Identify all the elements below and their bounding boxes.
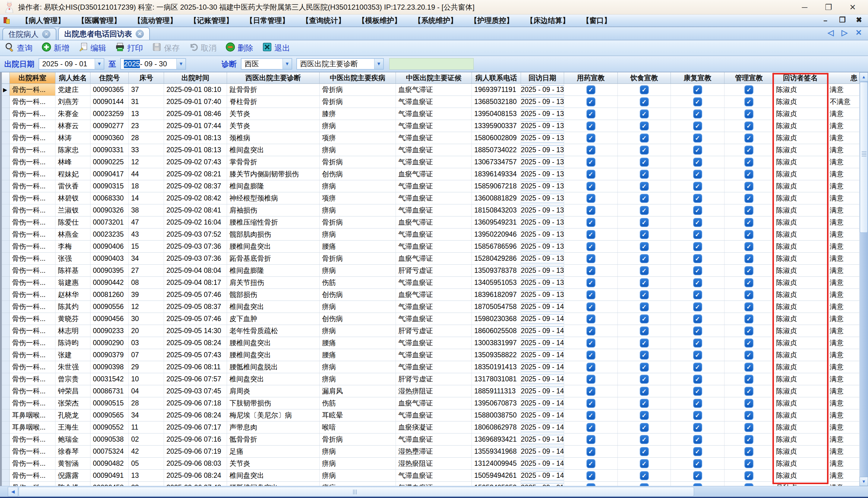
- cell-visit-date[interactable]: 2025 - 09 - 13: [521, 180, 564, 192]
- cell-management-education[interactable]: ✓: [724, 385, 774, 397]
- cell-discharge-time[interactable]: 2025-09-06 08:24: [164, 409, 227, 421]
- table-row[interactable]: 骨伤一科...陈金烽00090458232025-09-06 07:48腰骶椎间…: [2, 482, 859, 486]
- row-indicator[interactable]: [2, 144, 10, 156]
- row-indicator[interactable]: [2, 289, 10, 301]
- cell-west-diagnosis[interactable]: 脊柱骨折: [227, 96, 319, 108]
- cell-rehab-education[interactable]: ✓: [671, 313, 724, 325]
- checked-checkbox-icon[interactable]: ✓: [587, 471, 595, 480]
- cell-visitor-signature[interactable]: 陈淑贞: [774, 421, 827, 433]
- cell-satisfaction[interactable]: 满意: [827, 253, 859, 265]
- cell-management-education[interactable]: ✓: [724, 301, 774, 313]
- visit-date-input[interactable]: 2025 - 09 - 14: [521, 410, 564, 420]
- cell-visit-date[interactable]: 2025 - 09 - 14: [521, 373, 564, 385]
- cell-medication-education[interactable]: ✓: [564, 108, 618, 120]
- row-indicator[interactable]: [2, 156, 10, 168]
- cell-discharge-time[interactable]: 2025-09-06 07:16: [164, 433, 227, 446]
- table-row[interactable]: 骨伤一科...林燕金00023235432025-09-03 07:52髋部肌肉…: [2, 228, 859, 240]
- cell-rehab-education[interactable]: ✓: [671, 301, 724, 313]
- cell-inpatient-no[interactable]: 00090331: [90, 144, 129, 156]
- cell-medication-education[interactable]: ✓: [564, 409, 618, 421]
- cell-dept[interactable]: 骨伤一科...: [10, 301, 55, 313]
- cell-discharge-time[interactable]: 2025-09-01 07:44: [164, 120, 227, 132]
- cell-tcm-disease[interactable]: 痹病: [319, 265, 396, 277]
- cell-dept[interactable]: 骨伤一科...: [10, 96, 55, 108]
- cell-visit-date[interactable]: 2025 - 09 - 14: [521, 385, 564, 397]
- cell-west-diagnosis[interactable]: 跖骨基底骨折: [227, 253, 319, 265]
- table-row[interactable]: 骨伤一科...陈祥基00090395272025-09-04 08:04椎间盘膨…: [2, 265, 859, 277]
- checked-checkbox-icon[interactable]: ✓: [745, 109, 753, 118]
- checked-checkbox-icon[interactable]: ✓: [693, 351, 702, 359]
- cell-satisfaction[interactable]: 满意: [827, 446, 859, 458]
- cell-medication-education[interactable]: ✓: [564, 433, 618, 446]
- table-row[interactable]: 骨伤一科...雷伙香00090315182025-09-02 08:37椎间盘膨…: [2, 180, 859, 192]
- cell-visit-date[interactable]: 2025 - 09 - 13: [521, 84, 564, 96]
- cell-bed[interactable]: 28: [129, 132, 164, 144]
- cell-phone[interactable]: 13509378378: [472, 265, 521, 277]
- visit-date-input[interactable]: 2025 - 09 - 13: [521, 109, 564, 119]
- checked-checkbox-icon[interactable]: ✓: [693, 218, 702, 227]
- row-indicator[interactable]: [2, 421, 10, 433]
- cell-bed[interactable]: 39: [129, 289, 164, 301]
- cell-visit-date[interactable]: 2025 - 09 - 14: [521, 458, 564, 470]
- cell-satisfaction[interactable]: 满意: [827, 168, 859, 180]
- scroll-down-icon[interactable]: ▼: [859, 477, 868, 486]
- vertical-scroll-thumb[interactable]: [860, 82, 868, 233]
- checked-checkbox-icon[interactable]: ✓: [640, 314, 649, 324]
- checked-checkbox-icon[interactable]: ✓: [587, 314, 595, 324]
- cell-diet-education[interactable]: ✓: [618, 144, 671, 156]
- cell-satisfaction[interactable]: 满意: [827, 289, 859, 301]
- cell-visit-date[interactable]: 2025 - 09 - 13: [521, 277, 564, 289]
- checked-checkbox-icon[interactable]: ✓: [693, 327, 702, 336]
- checked-checkbox-icon[interactable]: ✓: [745, 158, 753, 167]
- cell-diet-education[interactable]: ✓: [618, 108, 671, 120]
- cell-name[interactable]: 陈家忠: [55, 144, 90, 156]
- cell-management-education[interactable]: ✓: [724, 482, 774, 486]
- cell-bed[interactable]: 30: [129, 313, 164, 325]
- cell-name[interactable]: 林志明: [55, 325, 90, 337]
- cell-visitor-signature[interactable]: 陈淑贞: [774, 373, 827, 385]
- visit-date-input[interactable]: 2025 - 09 - 13: [521, 242, 564, 251]
- column-header-1[interactable]: 出院科室: [10, 73, 55, 84]
- cell-visitor-signature[interactable]: 陈淑贞: [774, 205, 827, 217]
- cell-visitor-signature[interactable]: 陈淑贞: [774, 277, 827, 289]
- cell-west-diagnosis[interactable]: 椎间盘膨隆: [227, 265, 319, 277]
- column-header-7[interactable]: 中医出院主要疾病: [319, 73, 396, 84]
- cell-dept[interactable]: 耳鼻咽喉...: [10, 421, 55, 433]
- cell-management-education[interactable]: ✓: [724, 132, 774, 144]
- visit-date-input[interactable]: 2025 - 09 - 14: [521, 423, 564, 432]
- table-row[interactable]: 骨伤一科...陈其灼00090556122025-09-05 08:37椎间盘突…: [2, 301, 859, 313]
- row-indicator[interactable]: [2, 385, 10, 397]
- row-indicator[interactable]: ▶: [2, 84, 10, 96]
- checked-checkbox-icon[interactable]: ✓: [587, 435, 595, 444]
- cell-tcm-disease[interactable]: 喉喑: [319, 421, 396, 433]
- cell-name[interactable]: 黄晓芬: [55, 313, 90, 325]
- cell-name[interactable]: 孔晓龙: [55, 409, 90, 421]
- checked-checkbox-icon[interactable]: ✓: [693, 399, 702, 408]
- checked-checkbox-icon[interactable]: ✓: [693, 146, 702, 155]
- cell-phone[interactable]: 15880038750: [472, 409, 521, 421]
- checked-checkbox-icon[interactable]: ✓: [693, 375, 702, 384]
- checked-checkbox-icon[interactable]: ✓: [640, 435, 649, 444]
- cell-tcm-disease[interactable]: 骨折病: [319, 96, 396, 108]
- cell-tcm-syndrome[interactable]: 气滞血瘀证: [396, 144, 472, 156]
- checked-checkbox-icon[interactable]: ✓: [640, 133, 649, 143]
- checked-checkbox-icon[interactable]: ✓: [640, 483, 649, 486]
- cell-dept[interactable]: 骨伤一科...: [10, 458, 55, 470]
- cell-satisfaction[interactable]: 满意: [827, 301, 859, 313]
- cell-medication-education[interactable]: ✓: [564, 132, 618, 144]
- mdi-close-button[interactable]: ✖: [856, 16, 862, 25]
- row-indicator[interactable]: [2, 446, 10, 458]
- row-indicator[interactable]: [2, 228, 10, 240]
- column-header-12[interactable]: 饮食宣教: [618, 73, 671, 84]
- table-row[interactable]: 骨伤一科...林赛云00090277232025-09-01 07:44关节炎痹…: [2, 120, 859, 132]
- cell-visit-date[interactable]: 2025 - 09 - 14: [521, 421, 564, 433]
- checked-checkbox-icon[interactable]: ✓: [693, 387, 702, 396]
- cell-rehab-education[interactable]: ✓: [671, 205, 724, 217]
- checked-checkbox-icon[interactable]: ✓: [640, 411, 649, 420]
- cell-tcm-disease[interactable]: 痹病: [319, 301, 396, 313]
- checked-checkbox-icon[interactable]: ✓: [745, 133, 753, 143]
- checked-checkbox-icon[interactable]: ✓: [745, 447, 753, 456]
- cell-diet-education[interactable]: ✓: [618, 385, 671, 397]
- cell-diet-education[interactable]: ✓: [618, 168, 671, 180]
- scroll-up-icon[interactable]: ▲: [859, 73, 868, 81]
